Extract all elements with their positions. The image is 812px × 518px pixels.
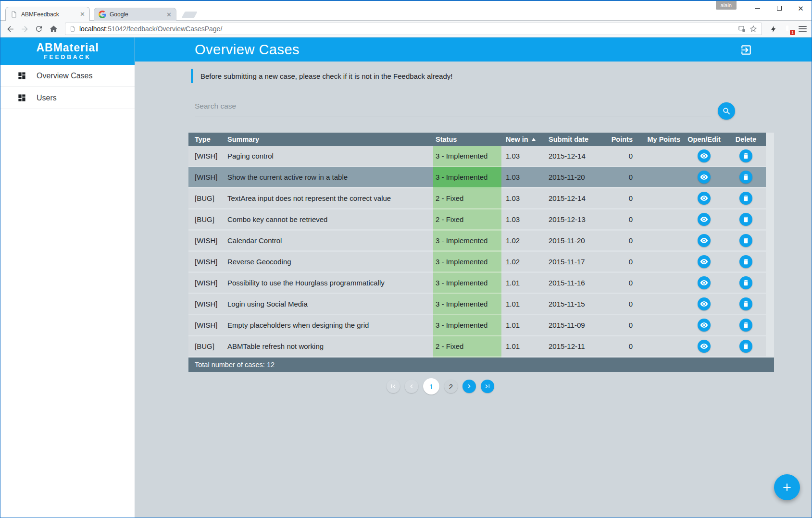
search-input[interactable]: Search case [195, 102, 236, 111]
column-header-new-in[interactable]: New in [501, 133, 542, 146]
sidebar: ABMaterial FEEDBACK Overview Cases Users [0, 37, 135, 518]
table-row[interactable]: [WISH] Calendar Control 3 - Implemented … [188, 231, 774, 252]
delete-button[interactable] [739, 319, 752, 332]
case-summary: ABMTable refresh not working [221, 336, 433, 358]
case-submit-date: 2015-11-17 [542, 252, 606, 273]
delete-button[interactable] [739, 192, 752, 205]
case-points: 0 [606, 167, 635, 188]
delete-button[interactable] [739, 255, 752, 268]
scrollbar-gutter [766, 210, 774, 231]
delete-button[interactable] [739, 297, 752, 310]
new-tab-button[interactable] [181, 12, 197, 18]
open-edit-button[interactable] [698, 149, 711, 162]
case-status: 3 - Implemented [433, 252, 501, 273]
logout-button[interactable] [740, 44, 752, 56]
previous-page-button[interactable] [405, 380, 418, 393]
chrome-menu-icon[interactable] [799, 26, 807, 32]
back-icon[interactable] [5, 24, 15, 34]
tab-title: ABMFeedback [21, 11, 76, 18]
add-case-button[interactable] [774, 474, 800, 500]
bolt-extension-icon[interactable] [769, 24, 778, 34]
table-row[interactable]: [BUG] ABMTable refresh not working 2 - F… [188, 336, 774, 358]
open-edit-button[interactable] [698, 297, 711, 310]
case-new-in: 1.03 [501, 167, 542, 188]
open-edit-button[interactable] [698, 276, 711, 289]
profile-badge[interactable]: alain [716, 1, 737, 10]
page-button-1[interactable]: 1 [423, 378, 439, 395]
delete-button[interactable] [739, 340, 752, 353]
case-status: 3 - Implemented [433, 294, 501, 315]
scrollbar-gutter [766, 167, 774, 188]
table-row[interactable]: [BUG] TextArea input does not represent … [188, 188, 774, 210]
forward-icon[interactable] [20, 24, 29, 34]
sidebar-item-users[interactable]: Users [0, 87, 135, 109]
url-bar[interactable]: localhost:51042/feedback/OverviewCasesPa… [65, 23, 762, 35]
case-new-in: 1.03 [501, 210, 542, 231]
open-edit-button[interactable] [698, 171, 711, 184]
eye-icon [700, 258, 708, 266]
tab-close-icon[interactable]: ✕ [80, 11, 85, 17]
table-row[interactable]: [WISH] Reverse Geocoding 3 - Implemented… [188, 252, 774, 273]
table-row[interactable]: [WISH] Possibility to use the Hourglass … [188, 273, 774, 294]
open-edit-button[interactable] [698, 255, 711, 268]
sidebar-item-overview-cases[interactable]: Overview Cases [0, 65, 135, 87]
scrollbar-gutter [766, 252, 774, 273]
case-type: [BUG] [188, 336, 221, 358]
page-button-2[interactable]: 2 [444, 380, 458, 393]
case-my-points [635, 231, 682, 252]
delete-button[interactable] [739, 171, 752, 184]
table-row[interactable]: [BUG] Combo key cannot be retrieved 2 - … [188, 210, 774, 231]
case-status: 3 - Implemented [433, 231, 501, 252]
tab-close-icon[interactable]: ✕ [166, 12, 172, 18]
table-row[interactable]: [WISH] Show the current active row in a … [188, 167, 774, 188]
delete-button[interactable] [739, 149, 752, 162]
table-row[interactable]: [WISH] Login using Social Media 3 - Impl… [188, 294, 774, 315]
maximize-button[interactable] [768, 1, 790, 15]
open-edit-button[interactable] [698, 192, 711, 205]
column-header-summary[interactable]: Summary [221, 133, 433, 146]
case-type: [WISH] [188, 252, 221, 273]
first-page-button[interactable] [387, 380, 400, 393]
case-summary: Paging control [221, 146, 433, 167]
reload-icon[interactable] [34, 24, 44, 34]
search-button[interactable] [718, 102, 735, 120]
case-my-points [635, 294, 682, 315]
scrollbar-gutter [766, 133, 774, 146]
column-header-type[interactable]: Type [188, 133, 221, 146]
scrollbar-gutter [766, 294, 774, 315]
table-header: Type Summary Status New in Submit date P… [188, 133, 774, 146]
trash-icon [742, 258, 750, 265]
last-page-button[interactable] [481, 380, 494, 393]
tab-google[interactable]: Google ✕ [94, 8, 176, 21]
case-type: [BUG] [188, 188, 221, 210]
open-edit-button[interactable] [698, 319, 711, 332]
close-button[interactable]: ✕ [790, 1, 812, 15]
logo-subtitle: FEEDBACK [0, 54, 135, 61]
minimize-button[interactable] [747, 1, 768, 15]
column-header-my-points[interactable]: My Points [635, 133, 682, 146]
delete-button[interactable] [739, 213, 752, 226]
next-page-button[interactable] [462, 380, 476, 393]
case-type: [WISH] [188, 231, 221, 252]
main-panel: Overview Cases Before submitting a new c… [135, 37, 812, 518]
column-header-status[interactable]: Status [433, 133, 501, 146]
delete-button[interactable] [739, 276, 752, 289]
last-page-icon [484, 382, 491, 390]
open-edit-button[interactable] [698, 213, 711, 226]
case-my-points [635, 315, 682, 336]
column-header-submit-date[interactable]: Submit date [542, 133, 606, 146]
column-header-points[interactable]: Points [606, 133, 635, 146]
notice-accent-bar [191, 69, 193, 83]
open-edit-button[interactable] [698, 340, 711, 353]
table-row[interactable]: [WISH] Empty placeholders when designing… [188, 315, 774, 336]
bookmark-star-icon[interactable] [749, 25, 758, 33]
home-icon[interactable] [49, 24, 58, 34]
first-page-icon [389, 382, 397, 390]
open-edit-button[interactable] [698, 234, 711, 247]
table-row[interactable]: [WISH] Paging control 3 - Implemented 1.… [188, 146, 774, 167]
green-extension-icon[interactable]: 1 [783, 24, 794, 34]
media-page-action-icon[interactable] [738, 25, 746, 33]
tab-abmfeedback[interactable]: ABMFeedback ✕ [5, 7, 90, 21]
delete-button[interactable] [739, 234, 752, 247]
url-text[interactable]: localhost:51042/feedback/OverviewCasesPa… [79, 25, 735, 33]
